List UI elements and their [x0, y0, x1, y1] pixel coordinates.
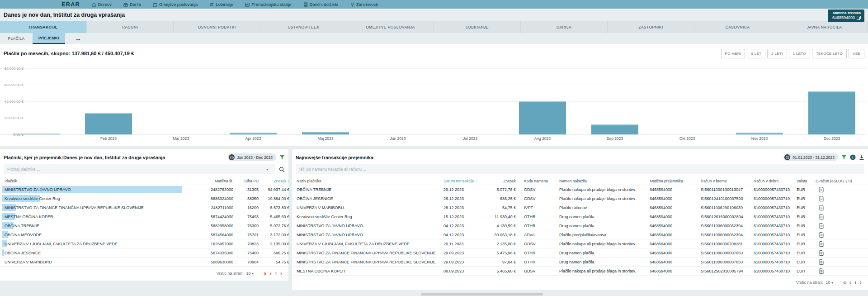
column-header-mati-na-t-[interactable]: Matična št. [189, 179, 233, 183]
tab-transakcije[interactable]: TRANSAKCIJE [0, 21, 87, 33]
e-invoice-icon[interactable] [819, 187, 824, 192]
prev-page-button[interactable]: ‹ [849, 279, 851, 286]
first-page-button[interactable]: « [843, 279, 846, 286]
nav-item-darila[interactable]: Darila [123, 2, 141, 7]
first-page-button[interactable]: « [264, 270, 267, 277]
chart-bar-avg-2023[interactable] [519, 101, 566, 134]
column-header-datum-transakcije[interactable]: Datum transakcije ↓ [443, 179, 483, 183]
column-header-valuta[interactable]: Valuta [797, 179, 816, 183]
chart-bar-nov-2023[interactable] [736, 133, 783, 134]
range-button-2-leti[interactable]: 2 LETI [767, 49, 787, 58]
subtab-prejemki[interactable]: PREJEMKI [33, 33, 65, 44]
download-icon[interactable] [859, 155, 864, 160]
e-invoice-icon[interactable] [819, 214, 824, 220]
range-button-1-leto[interactable]: 1 LETO [789, 49, 810, 58]
table-row[interactable]: MINISTRSTVO ZA JAVNO UPRAVO2482762000313… [0, 185, 288, 194]
nav-item-dav-ni-dol-niki[interactable]: Davčni dolžniki [303, 2, 338, 7]
swap-direction-icon[interactable]: ↔ [75, 35, 81, 42]
table-row[interactable]: UNIVERZA V LJUBLJANI, FAKULTETA ZA DRUŽB… [0, 239, 288, 248]
table-row[interactable]: UNIVERZA V MARIBORU50896380007090454,75 … [0, 258, 288, 267]
column-header-pla-nik[interactable]: Plačnik [5, 179, 189, 183]
info-icon[interactable] [850, 154, 856, 160]
nav-item-lobiranje[interactable]: Lobiranje [209, 2, 233, 7]
transactions-date-range[interactable]: 01.01.2023 - 31.12.2023 [783, 153, 838, 161]
table-row[interactable]: MINISTRSTVO ZA FINANCE FINANČNA UPRAVA R… [292, 248, 868, 258]
column-header-e-ra-un-eslog-2-0-[interactable]: E-račun (eSLOG 2.0) [816, 179, 868, 183]
nav-item-domov[interactable]: Domov [92, 2, 112, 7]
chart-bar-feb-2023[interactable] [85, 113, 132, 134]
column-header-znesek[interactable]: Znesek ↓ [259, 179, 289, 183]
table-row[interactable]: MINISTRSTVO ZA JAVNO UPRAVO04.12.20234.1… [292, 221, 868, 230]
e-invoice-icon[interactable] [819, 205, 824, 210]
e-invoice-icon[interactable] [819, 241, 824, 247]
e-invoice-icon[interactable] [819, 268, 824, 274]
e-invoice-icon[interactable] [819, 232, 824, 238]
e-invoice-icon[interactable] [819, 223, 824, 229]
horizontal-scrollbar[interactable] [421, 293, 543, 296]
chart-bar-apr-2023[interactable] [230, 133, 277, 134]
payers-date-range[interactable]: Jan 2023 - Dec 2023 [228, 153, 276, 161]
table-row[interactable]: MINISTRSTVO ZA FINANCE FINANČNA UPRAVA R… [292, 258, 868, 267]
tab-omejitve-poslovanja[interactable]: OMEJITVE POSLOVANJA [347, 21, 434, 33]
next-page-button[interactable]: › [280, 270, 282, 277]
e-invoice-icon[interactable] [819, 196, 824, 201]
transaction-search-input[interactable]: Išči po namenu nakazila ali računu ... [296, 164, 864, 174]
table-row[interactable]: OBČINA JESENICE587433500075400686,25 € [0, 248, 288, 258]
table-row[interactable]: MESTNA OBČINA KOPER08.09.20235.465,60 €G… [292, 267, 868, 276]
range-button-5-let[interactable]: 5 LET [747, 49, 765, 58]
chart-bar-sep-2023[interactable] [591, 124, 638, 134]
payer-filter-input[interactable]: Filtriraj plačnika ... ▾ [4, 164, 275, 174]
table-row[interactable]: MESTNA OBČINA KOPER5874424000754935.465,… [0, 212, 288, 221]
table-row[interactable]: UNIVERZA V LJUBLJANI, FAKULTETA ZA DRUŽB… [292, 239, 868, 248]
tab-ustanovitelji[interactable]: USTANOVITELJI [260, 21, 347, 33]
table-row[interactable]: OBČINA MEDVODE5874564000757013.172,00 € [0, 230, 288, 239]
nav-item-omejitve-poslovanja[interactable]: Omejitve poslovanja [153, 2, 198, 7]
e-invoice-icon[interactable] [819, 259, 824, 265]
nav-item-zanimivosti[interactable]: Zanimivosti [350, 2, 378, 7]
transfer-purpose: Plačilo računov. [559, 205, 650, 210]
range-button-vse[interactable]: VSE [849, 49, 864, 58]
subtab-placila[interactable]: PLAČILA [0, 33, 33, 44]
chevron-down-icon[interactable]: ▾ [266, 167, 268, 172]
column-header-mati-na-prejemnika[interactable]: Matična prejemnika [650, 179, 701, 183]
column-header-ra-un-v-breme[interactable]: Račun v breme [701, 179, 754, 183]
tab-javna-naro-ila[interactable]: JAVNA NAROČILA [781, 21, 868, 33]
chart-bar-dec-2023[interactable] [808, 91, 855, 134]
filter-icon[interactable] [279, 155, 285, 160]
tab-darila[interactable]: DARILA [521, 21, 608, 33]
chart-bar-maj-2023[interactable] [302, 132, 349, 134]
next-page-button[interactable]: › [860, 279, 862, 286]
tab-lobiranje[interactable]: LOBIRANJE [434, 21, 521, 33]
tab-zastopniki[interactable]: ZASTOPNIKI [608, 21, 694, 33]
table-row[interactable]: OBČINA JESENICE28.12.2023686,25 €GDSVPla… [292, 194, 868, 203]
column-header-naziv-pla-nika[interactable]: Naziv plačnika [297, 179, 443, 183]
credit-account: 6100000057430710 [754, 196, 797, 201]
tab-osnovni-podatki[interactable]: OSNOVNI PODATKI [174, 21, 260, 33]
column-header--ifra-pu[interactable]: Šifra PU [233, 179, 259, 183]
tab-ra-uni[interactable]: RAČUNI [87, 21, 174, 33]
table-row[interactable]: Kreativno središče Center Rog88860240003… [0, 194, 288, 203]
column-header-namen-nakazila[interactable]: Namen nakazila [559, 179, 650, 183]
e-invoice-icon[interactable] [819, 250, 824, 256]
tab--asovnica[interactable]: ČASOVNICA [694, 21, 781, 33]
range-button-po-meri[interactable]: PO MERI [721, 49, 745, 58]
table-row[interactable]: MINISTRSTVO ZA FINANCE FINANČNA UPRAVA R… [0, 203, 288, 212]
rows-per-page-select[interactable]: 10 ▾ [246, 271, 257, 276]
table-row[interactable]: Kreativno središče Center Rog15.12.20231… [292, 212, 868, 221]
table-row[interactable]: OBČINA TREBNJE5882958000763095.072,76 € [0, 221, 288, 230]
chart-bar-jan-2023[interactable] [13, 134, 60, 134]
filter-icon[interactable] [841, 155, 847, 160]
table-row[interactable]: UNIVERZA V MARIBORU28.12.202354,75 €IVPT… [292, 203, 868, 212]
column-header-znesek[interactable]: Znesek [483, 179, 516, 183]
copy-icon[interactable] [857, 16, 861, 20]
app-logo[interactable]: ERAR [61, 1, 80, 8]
column-header-ra-un-v-dobro[interactable]: Račun v dobro [754, 179, 797, 183]
table-row[interactable]: MINISTRSTVO ZA JAVNO UPRAVO04.12.202330.… [292, 230, 868, 239]
nav-item-premo-enjsko-stanje[interactable]: Premoženjsko stanje [245, 2, 291, 7]
column-header-koda-namena[interactable]: Koda namena [524, 179, 559, 183]
prev-page-button[interactable]: ‹ [270, 270, 272, 277]
range-button-teko-e-leto[interactable]: TEKOČE LETO [812, 49, 847, 58]
rows-per-page-select[interactable]: 10 ▾ [826, 280, 837, 285]
table-row[interactable]: OBČINA TREBNJE29.12.20235.072,76 €GDSVPl… [292, 185, 868, 194]
search-icon[interactable] [279, 167, 285, 172]
